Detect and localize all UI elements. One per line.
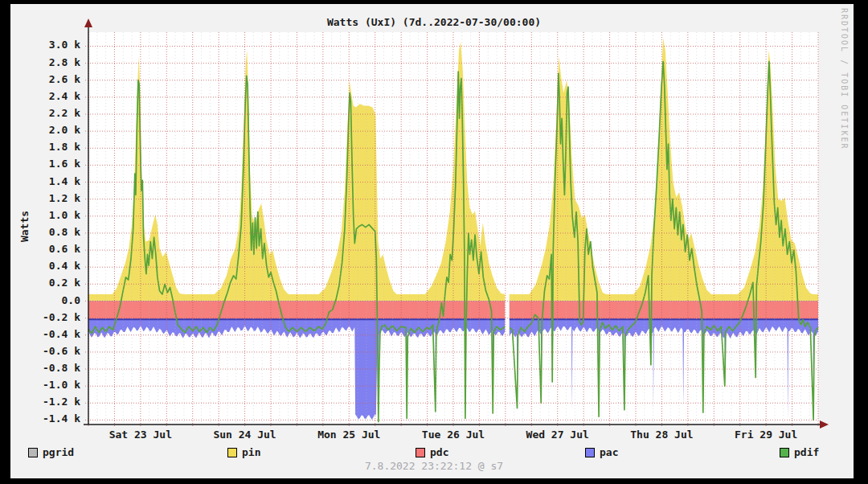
x-axis-label: Fri 29 Jul [714,429,818,441]
legend-label: pdc [430,446,448,458]
x-axis-label: Thu 28 Jul [609,429,714,441]
y-axis-label: 2.2 k [0,107,80,119]
x-axis-label: Wed 27 Jul [506,429,610,441]
x-axis-arrow [820,420,829,429]
x-axis-label: Sat 23 Jul [88,429,193,441]
x-axis-label: Mon 25 Jul [297,429,401,441]
y-axis-label: 1.6 k [0,158,80,170]
legend-swatch-pgrid [28,448,38,457]
y-axis-label: -0.4 k [0,328,80,340]
footer-timestamp: 7.8.2022 23:22:12 @ s7 [0,460,868,472]
y-axis-label: 0.4 k [0,260,80,272]
rrdtool-watermark: RRDTOOL / TOBI OETIKER [840,8,849,150]
y-axis-label: 1.0 k [0,209,80,221]
legend-label: pac [600,446,618,458]
y-axis-label: -0.8 k [0,362,80,374]
chart-title: Watts (UxI) (7d..2022-07-30/00:00) [0,16,868,28]
y-axis-label: 0.0 [0,294,80,306]
y-axis-label: 0.8 k [0,226,80,238]
y-axis-label: 2.6 k [0,73,80,85]
legend-label: pin [242,446,260,458]
y-axis-label: -1.2 k [0,396,80,408]
legend-label: pdif [794,446,819,458]
y-axis-label: 0.6 k [0,243,80,255]
x-axis-label: Sun 24 Jul [193,429,297,441]
y-axis-label: 2.8 k [0,56,80,68]
legend-swatch-pin [227,448,237,457]
y-axis-label: -1.0 k [0,379,80,391]
y-axis-label: 1.2 k [0,192,80,204]
legend-swatch-pdif [780,448,789,457]
y-axis-label: -1.4 k [0,412,80,425]
image-frame: Watts (UxI) (7d..2022-07-30/00:00) Watts… [0,0,868,484]
legend-swatch-pdc [416,448,425,457]
legend-swatch-pac [585,448,595,457]
x-axis-label: Tue 26 Jul [401,429,506,441]
y-axis-label: 1.4 k [0,175,80,187]
y-axis-label: 2.4 k [0,90,80,102]
y-axis-label: 2.0 k [0,124,80,136]
y-axis-label: -0.6 k [0,345,80,357]
legend-label: pgrid [43,446,74,458]
y-axis-label: 1.8 k [0,141,80,153]
y-axis-label: 3.0 k [0,39,80,51]
y-axis-label: 0.2 k [0,277,80,289]
y-axis-label: -0.2 k [0,311,80,323]
rrdtool-chart [0,0,868,484]
